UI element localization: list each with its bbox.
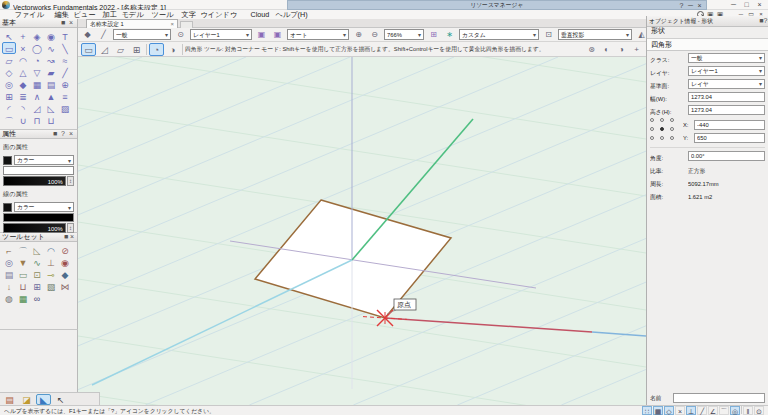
anchor-dot-0-0[interactable]: [650, 118, 654, 122]
line-opacity-handle[interactable]: ↕: [67, 223, 74, 233]
x-input[interactable]: -440: [694, 120, 765, 130]
toolset-tool-13[interactable]: ⊸: [44, 268, 58, 280]
rect-mode-2[interactable]: ▱: [113, 43, 128, 56]
grid-icon[interactable]: ⊞: [427, 29, 440, 40]
snap-toggle-6[interactable]: ∠: [708, 406, 718, 415]
basic-tool-27[interactable]: ∧: [30, 90, 44, 102]
pen-icon[interactable]: ╱: [97, 29, 110, 40]
close-button[interactable]: ×: [753, 0, 766, 9]
document-tab[interactable]: 名称未設定 1 ×: [86, 19, 178, 28]
zoom-out-icon[interactable]: ⊖: [368, 29, 381, 40]
rect-mode-3[interactable]: ⊞: [129, 43, 144, 56]
basic-tool-18[interactable]: ▰: [44, 66, 58, 78]
basic-tool-26[interactable]: ≣: [16, 90, 30, 102]
toolset-tool-15[interactable]: ↓: [2, 280, 16, 292]
resource-manager-titlebar[interactable]: リソースマネージャ ? ─ ×: [287, 0, 707, 10]
tab-close-icon[interactable]: ×: [170, 21, 174, 27]
fill-opacity-handle[interactable]: ↕: [67, 176, 74, 186]
anchor-dot-1-2[interactable]: [670, 127, 674, 131]
basic-tool-0[interactable]: ↖: [2, 30, 16, 42]
toolset-tool-19[interactable]: ⋈: [58, 280, 72, 292]
fill-opacity-slider[interactable]: 100% ↕: [3, 176, 74, 186]
basic-tool-8[interactable]: ∿: [44, 42, 58, 54]
basic-tool-6[interactable]: ×: [16, 42, 30, 54]
tool-pref-icon-3[interactable]: +: [630, 44, 643, 55]
rect-mode-1[interactable]: ◿: [97, 43, 112, 56]
line-swatch[interactable]: [3, 203, 12, 212]
line-style-dropdown[interactable]: カラー▾: [14, 202, 74, 212]
pause-button[interactable]: ‖: [743, 406, 753, 415]
toolset-tool-21[interactable]: ▦: [16, 292, 30, 304]
tab-shape[interactable]: 形状: [651, 26, 665, 36]
basic-tool-34[interactable]: ▨: [58, 102, 72, 114]
class-dropdown[interactable]: 一般▾: [113, 29, 171, 40]
toolset-tool-9[interactable]: ◉: [58, 256, 72, 268]
navigation-icon[interactable]: ∗: [443, 29, 456, 40]
flyover-icon[interactable]: ◆: [81, 29, 94, 40]
basic-tool-35[interactable]: ⌒: [2, 114, 16, 126]
toolset-tool-16[interactable]: ⊔: [16, 280, 30, 292]
rm-minimize-button[interactable]: ─: [686, 1, 695, 10]
power-button[interactable]: ⊙: [754, 406, 764, 415]
layer-down-icon[interactable]: ▣: [271, 29, 284, 40]
basic-tool-22[interactable]: ▦: [30, 78, 44, 90]
basic-tool-31[interactable]: ◝: [16, 102, 30, 114]
toolset-tool-11[interactable]: ▭: [16, 268, 30, 280]
anchor-dot-2-2[interactable]: [670, 136, 674, 140]
maximize-button[interactable]: □: [740, 0, 753, 9]
basic-tool-9[interactable]: ╲: [58, 42, 72, 54]
anchor-dot-0-2[interactable]: [670, 118, 674, 122]
basic-tool-15[interactable]: ◇: [2, 66, 16, 78]
basic-tool-37[interactable]: ⊓: [30, 114, 44, 126]
minimize-button[interactable]: ─: [727, 0, 740, 9]
fill-color-preview[interactable]: [3, 166, 74, 175]
zoom-in-icon[interactable]: ⊕: [352, 29, 365, 40]
y-input[interactable]: 650: [694, 133, 765, 143]
projection-dropdown[interactable]: 垂直投影▾: [558, 29, 632, 40]
toolset-tool-17[interactable]: ⊞: [30, 280, 44, 292]
zoom-dropdown[interactable]: 766%▾: [384, 29, 424, 40]
basic-tool-14[interactable]: ≈: [58, 54, 72, 66]
basic-tool-13[interactable]: ↝: [44, 54, 58, 66]
push-mode-0[interactable]: ◔: [149, 43, 164, 56]
basic-tool-5[interactable]: ▭: [2, 42, 16, 54]
basic-tool-4[interactable]: T: [58, 30, 72, 42]
drawing-canvas[interactable]: 原点: [78, 57, 646, 405]
position-anchor-widget[interactable]: [650, 118, 680, 144]
viewport-icon[interactable]: ⊡: [542, 29, 555, 40]
basic-tool-25[interactable]: ⊞: [2, 90, 16, 102]
snap-toggle-4[interactable]: ⊥: [686, 406, 696, 415]
toolset-tool-5[interactable]: ◎: [2, 256, 16, 268]
anchor-dot-1-0[interactable]: [650, 127, 654, 131]
push-mode-1[interactable]: ◑: [165, 43, 180, 56]
rect-mode-0[interactable]: ▭: [81, 43, 96, 56]
attributes-help-icon[interactable]: ?: [59, 130, 67, 138]
basic-tool-20[interactable]: ◎: [2, 78, 16, 90]
basic-tool-16[interactable]: △: [16, 66, 30, 78]
basic-tool-23[interactable]: ▤: [44, 78, 58, 90]
snap-toggle-0[interactable]: ∷: [642, 406, 652, 415]
basic-tool-28[interactable]: ▲: [44, 90, 58, 102]
basic-tool-1[interactable]: +: [16, 30, 30, 42]
snap-toggle-2[interactable]: ◇: [664, 406, 674, 415]
basic-dock-icon[interactable]: ■: [59, 19, 67, 27]
layer-dropdown[interactable]: レイヤー1▾: [190, 29, 252, 40]
dock-icon-3[interactable]: ↖: [53, 394, 68, 405]
toolset-tool-4[interactable]: ⊘: [58, 244, 72, 256]
tool-pref-icon-2[interactable]: ◑: [615, 44, 628, 55]
basic-tool-32[interactable]: ◿: [30, 102, 44, 114]
toolset-tool-6[interactable]: ▼: [16, 256, 30, 268]
name-input[interactable]: [673, 393, 765, 403]
basic-tool-17[interactable]: ▽: [30, 66, 44, 78]
snap-toggle-3[interactable]: ×: [675, 406, 685, 415]
toolset-tool-14[interactable]: ◆: [58, 268, 72, 280]
basic-tool-2[interactable]: ◈: [30, 30, 44, 42]
toolset-tool-12[interactable]: ⊡: [30, 268, 44, 280]
toolset-tool-7[interactable]: ∿: [30, 256, 44, 268]
dock-icon-1[interactable]: ◪: [19, 394, 34, 405]
rm-help-button[interactable]: ?: [677, 1, 686, 10]
basic-close-icon[interactable]: ×: [67, 19, 75, 27]
tool-pref-icon-1[interactable]: ◐: [600, 44, 613, 55]
view-dropdown[interactable]: カスタム▾: [459, 29, 539, 40]
anchor-dot-0-1[interactable]: [660, 118, 664, 122]
